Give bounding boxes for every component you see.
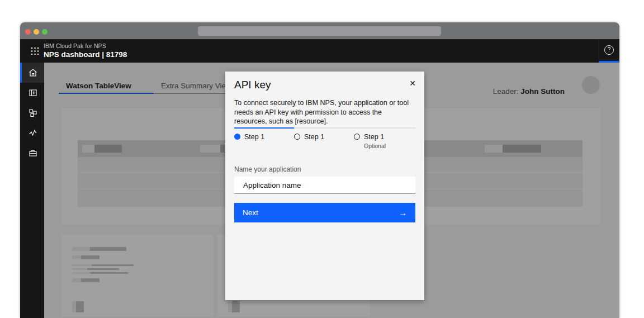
left-nav-rail [20, 63, 44, 318]
data-nodes-icon [28, 108, 38, 118]
nav-item-activity[interactable] [20, 123, 44, 143]
dashboard-icon [28, 88, 38, 98]
help-icon: ? [604, 45, 614, 55]
step-label: Step 1 [364, 133, 384, 141]
progress-indicator: Step 1 Step 1 Step 1 Optional [234, 133, 414, 149]
traffic-lights [25, 29, 48, 35]
close-icon[interactable]: ✕ [405, 76, 420, 91]
product-eyebrow: IBM Cloud Pak for NPS [44, 42, 127, 49]
app-header: IBM Cloud Pak for NPS NPS dashboard | 81… [20, 39, 619, 63]
browser-window: IBM Cloud Pak for NPS NPS dashboard | 81… [20, 22, 619, 318]
application-name-input[interactable] [234, 177, 415, 194]
next-button-label: Next [243, 208, 258, 217]
step-label: Step 1 [244, 133, 264, 149]
home-icon [28, 68, 38, 78]
nav-item-dashboard[interactable] [20, 83, 44, 103]
next-button[interactable]: Next → [234, 203, 415, 222]
titlebar [20, 22, 619, 39]
app-switcher-button[interactable] [25, 39, 45, 63]
grid-icon [31, 47, 39, 55]
minimize-window-button[interactable] [34, 29, 39, 35]
activity-icon [28, 128, 38, 138]
step-current-icon [234, 134, 240, 140]
progress-step-1[interactable]: Step 1 [234, 133, 294, 149]
help-button[interactable]: ? [599, 39, 619, 63]
progress-step-2[interactable]: Step 1 [294, 133, 354, 149]
nav-item-portfolio[interactable] [20, 143, 44, 163]
page-title: NPS dashboard | 81798 [44, 50, 127, 59]
address-bar[interactable] [198, 26, 441, 36]
step-incomplete-icon [294, 134, 300, 140]
nav-item-data[interactable] [20, 103, 44, 123]
step-optional-label: Optional [364, 143, 386, 149]
modal-description: To connect securely to IBM NPS, your app… [234, 98, 415, 126]
nav-item-home[interactable] [20, 63, 44, 83]
fullscreen-window-button[interactable] [42, 29, 48, 35]
modal-title: API key [234, 79, 271, 91]
progress-track [234, 127, 415, 129]
step-label: Step 1 [304, 133, 324, 149]
progress-step-3[interactable]: Step 1 Optional [354, 133, 414, 149]
progress-current-segment [234, 127, 294, 129]
api-key-modal: ✕ API key To connect securely to IBM NPS… [225, 72, 424, 300]
briefcase-icon [28, 148, 38, 158]
step-incomplete-icon [354, 134, 360, 140]
close-window-button[interactable] [25, 29, 31, 35]
application-name-label: Name your application [234, 165, 301, 173]
arrow-right-icon: → [399, 208, 407, 217]
